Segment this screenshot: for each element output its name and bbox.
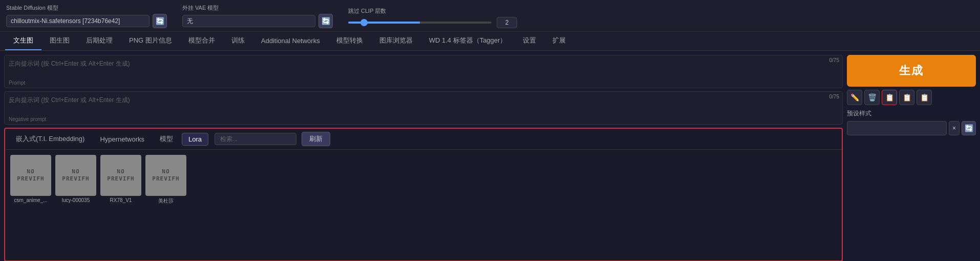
- style-refresh-btn[interactable]: 🔄: [962, 121, 976, 135]
- right-panel: 生成 ✏️ 🗑️ 📋 📋 📋 预设样式 ×: [843, 55, 976, 261]
- tab-extensions[interactable]: 扩展: [544, 32, 574, 50]
- lora-card-0[interactable]: NOPREVIFH csm_anime_...: [10, 155, 51, 205]
- vae-model-label: 外挂 VAE 模型: [182, 4, 333, 12]
- en-tab-hypernetworks[interactable]: Hypernetworks: [93, 133, 151, 146]
- negative-token-count: 0/75: [829, 94, 839, 99]
- lora-card-1[interactable]: NOPREVIFH lucy-000035: [55, 155, 96, 205]
- vae-model-section: 外挂 VAE 模型 无 🔄: [182, 4, 333, 28]
- positive-prompt-input[interactable]: [5, 55, 842, 86]
- style-select[interactable]: [847, 121, 947, 135]
- tab-settings[interactable]: 设置: [515, 32, 544, 50]
- paste-btn[interactable]: 📋: [882, 90, 897, 105]
- tab-txt2img[interactable]: 文生图: [5, 32, 41, 50]
- tab-model-merge[interactable]: 模型合并: [180, 32, 223, 50]
- negative-prompt-box: 0/75 Negative prompt: [4, 91, 843, 125]
- clip-slider[interactable]: [348, 22, 492, 24]
- vae-refresh-btn[interactable]: 🔄: [318, 14, 333, 28]
- extra-network-panel: 嵌入式(T.I. Embedding) Hypernetworks 模型 Lor…: [4, 128, 843, 261]
- clipboard-btn[interactable]: 📋: [917, 90, 932, 105]
- lora-search-input[interactable]: [215, 133, 296, 145]
- tab-postprocess[interactable]: 后期处理: [78, 32, 121, 50]
- nav-tabs: 文生图 图生图 后期处理 PNG 图片信息 模型合并 训练 Additional…: [0, 32, 980, 51]
- sd-refresh-btn[interactable]: 🔄: [153, 14, 167, 28]
- positive-token-count: 0/75: [829, 57, 839, 63]
- style-label: 预设样式: [847, 109, 976, 118]
- vae-model-select[interactable]: 无: [182, 15, 315, 27]
- lora-card-2[interactable]: NOPREVIFH RX78_V1: [100, 155, 141, 205]
- clip-controls: 2: [348, 17, 517, 28]
- lora-name-3: 美杜莎: [158, 197, 174, 205]
- sd-model-section: Stable Diffusion 模型 chilloutmix-Ni.safet…: [6, 4, 167, 28]
- clip-label: 跳过 CLIP 层数: [348, 7, 517, 15]
- tab-additional-networks[interactable]: Additional Networks: [253, 33, 328, 50]
- negative-prompt-label: Negative prompt: [9, 116, 46, 122]
- sd-model-label: Stable Diffusion 模型: [6, 4, 167, 12]
- lora-refresh-btn[interactable]: 刷新: [302, 132, 330, 146]
- copy-icon: 📋: [903, 93, 911, 102]
- vae-model-wrap: 无 🔄: [182, 14, 333, 28]
- lora-thumb-2: NOPREVIFH: [100, 155, 141, 196]
- copy-btn[interactable]: 📋: [899, 90, 914, 105]
- en-tab-lora[interactable]: Lora: [182, 133, 208, 146]
- tab-model-convert[interactable]: 模型转换: [328, 32, 371, 50]
- lora-name-2: RX78_V1: [110, 197, 132, 203]
- lora-thumb-3: NOPREVIFH: [145, 155, 186, 196]
- paste-icon: 📋: [885, 93, 894, 102]
- en-tab-embedding[interactable]: 嵌入式(T.I. Embedding): [9, 132, 91, 146]
- clip-section: 跳过 CLIP 层数 2: [348, 7, 517, 28]
- clip-value: 2: [497, 17, 517, 28]
- generate-button[interactable]: 生成: [847, 55, 976, 87]
- pencil-icon: ✏️: [850, 93, 859, 102]
- tab-tagger[interactable]: WD 1.4 标签器（Tagger）: [421, 32, 515, 50]
- clipboard-icon: 📋: [920, 93, 929, 102]
- negative-prompt-input[interactable]: [5, 92, 842, 123]
- sd-model-select[interactable]: chilloutmix-Ni.safetensors [7234b76e42]: [6, 15, 150, 27]
- top-bar: Stable Diffusion 模型 chilloutmix-Ni.safet…: [0, 0, 980, 32]
- positive-prompt-box: 0/75 Prompt: [4, 55, 843, 88]
- tab-png-info[interactable]: PNG 图片信息: [121, 32, 180, 50]
- lora-card-3[interactable]: NOPREVIFH 美杜莎: [145, 155, 186, 205]
- lora-thumb-0: NOPREVIFH: [10, 155, 51, 196]
- refresh-style-icon: 🔄: [965, 124, 973, 132]
- style-row: × 🔄: [847, 121, 976, 135]
- trash-btn[interactable]: 🗑️: [864, 90, 880, 105]
- tab-train[interactable]: 训练: [223, 32, 253, 50]
- tab-gallery[interactable]: 图库浏览器: [371, 32, 421, 50]
- trash-icon: 🗑️: [868, 93, 877, 102]
- edit-btn[interactable]: ✏️: [847, 90, 862, 105]
- lora-thumb-1: NOPREVIFH: [55, 155, 96, 196]
- positive-prompt-label: Prompt: [9, 80, 25, 86]
- lora-cards: NOPREVIFH csm_anime_... NOPREVIFH lucy-0…: [5, 150, 842, 210]
- sd-model-wrap: chilloutmix-Ni.safetensors [7234b76e42] …: [6, 14, 167, 28]
- en-tab-model[interactable]: 模型: [153, 132, 180, 146]
- style-clear-btn[interactable]: ×: [949, 121, 960, 135]
- lora-name-1: lucy-000035: [62, 197, 90, 203]
- left-panel: 0/75 Prompt 0/75 Negative prompt 嵌入式(T.I…: [4, 55, 843, 261]
- tab-img2img[interactable]: 图生图: [41, 32, 78, 50]
- lora-name-0: csm_anime_...: [14, 197, 47, 203]
- action-row: ✏️ 🗑️ 📋 📋 📋: [847, 90, 976, 105]
- main-content: 0/75 Prompt 0/75 Negative prompt 嵌入式(T.I…: [0, 51, 980, 261]
- extra-network-tabs: 嵌入式(T.I. Embedding) Hypernetworks 模型 Lor…: [5, 129, 842, 150]
